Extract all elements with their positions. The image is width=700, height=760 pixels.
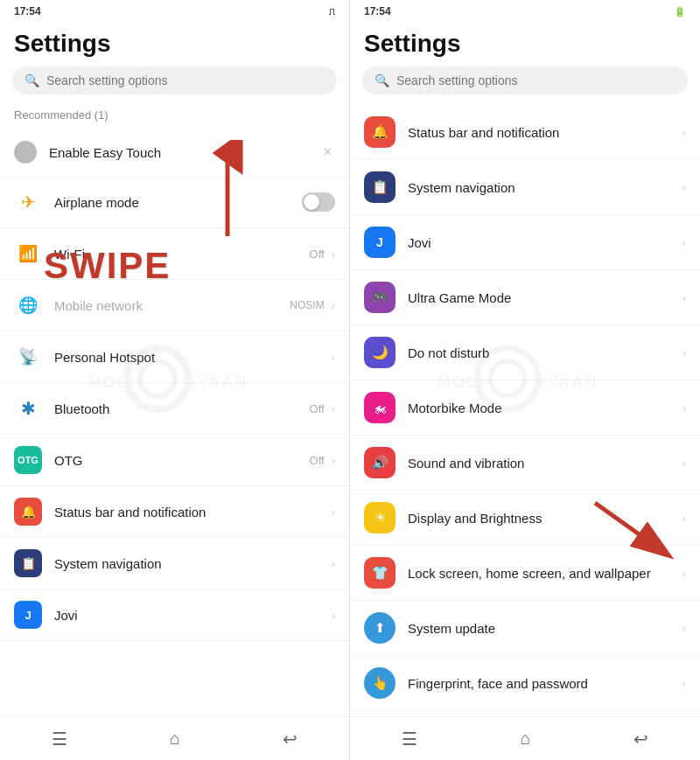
- lock-screen-icon: 👕: [364, 557, 396, 589]
- close-easy-touch-button[interactable]: ×: [320, 141, 335, 164]
- status-bar-chevron-right: ›: [682, 126, 686, 139]
- mobile-network-item[interactable]: 🌐 Mobile network NOSIM ›: [0, 280, 349, 331]
- hotspot-right: ›: [328, 351, 335, 364]
- wifi-item[interactable]: 📶 Wi-Fi Off ›: [0, 228, 349, 280]
- menu-icon-right[interactable]: ☰: [402, 729, 417, 750]
- jovi-chevron-right: ›: [682, 236, 686, 249]
- lock-screen-item[interactable]: 👕 Lock screen, home screen, and wallpape…: [350, 546, 700, 601]
- wifi-status: Off ›: [310, 248, 335, 261]
- airplane-mode-item[interactable]: ✈ Airplane mode: [0, 177, 349, 228]
- lock-screen-label: Lock screen, home screen, and wallpaper: [408, 566, 679, 581]
- system-nav-item-left[interactable]: 📋 System navigation ›: [0, 538, 349, 589]
- motorbike-chevron: ›: [682, 401, 686, 415]
- bluetooth-value: Off: [310, 402, 325, 415]
- system-update-item[interactable]: ⬆ System update ›: [350, 601, 700, 656]
- system-update-icon: ⬆: [364, 612, 396, 644]
- back-icon-left[interactable]: ↩: [283, 729, 298, 750]
- airplane-mode-label: Airplane mode: [54, 195, 302, 210]
- battery-icon-right: 🔋: [674, 6, 686, 17]
- bluetooth-item[interactable]: ✱ Bluetooth Off ›: [0, 383, 349, 435]
- system-nav-right-left: ›: [328, 557, 335, 570]
- system-nav-label-left: System navigation: [54, 556, 328, 571]
- search-icon-left: 🔍: [24, 73, 39, 87]
- home-icon-left[interactable]: ⌂: [170, 729, 180, 749]
- sound-icon: 🔊: [364, 447, 396, 478]
- fingerprint-icon: 👆: [364, 667, 396, 699]
- system-nav-chevron-left: ›: [332, 557, 335, 570]
- hotspot-chevron: ›: [332, 351, 335, 364]
- status-bar-left: 17:54 ⎍: [0, 0, 349, 23]
- search-icon-right: 🔍: [374, 73, 389, 87]
- easy-touch-label: Enable Easy Touch: [49, 145, 320, 160]
- recommended-item[interactable]: Enable Easy Touch ×: [0, 129, 349, 177]
- wifi-icon: 📶: [14, 240, 42, 268]
- sound-chevron: ›: [682, 457, 686, 470]
- jovi-label-right: Jovi: [408, 235, 679, 250]
- status-bar-chevron-left: ›: [332, 506, 335, 519]
- mobile-network-label: Mobile network: [54, 298, 290, 313]
- jovi-chevron-left: ›: [332, 609, 335, 622]
- otg-item[interactable]: OTG OTG Off ›: [0, 435, 349, 486]
- airplane-mode-toggle[interactable]: [302, 192, 335, 212]
- otg-value: Off: [310, 454, 325, 467]
- motorbike-icon: 🏍: [364, 392, 396, 423]
- system-update-chevron: ›: [682, 622, 686, 635]
- home-icon-right[interactable]: ⌂: [520, 729, 530, 749]
- search-bar-right[interactable]: 🔍: [362, 66, 688, 94]
- status-bar-icon-right: 🔔: [364, 116, 396, 148]
- jovi-right-left: ›: [328, 609, 335, 622]
- status-bar-item-left[interactable]: 🔔 Status bar and notification ›: [0, 486, 349, 538]
- jovi-icon-left: J: [14, 601, 42, 629]
- time-right: 17:54: [364, 5, 391, 17]
- menu-icon-left[interactable]: ☰: [52, 729, 67, 750]
- mobile-network-status: NOSIM ›: [290, 299, 335, 312]
- search-input-left[interactable]: [46, 73, 325, 87]
- battery-icon-left: ⎍: [329, 6, 335, 17]
- page-title-right: Settings: [350, 23, 700, 66]
- ultra-game-chevron: ›: [682, 291, 686, 304]
- display-label: Display and Brightness: [408, 511, 679, 526]
- status-bar-right: 17:54 🔋: [350, 0, 700, 23]
- motorbike-item[interactable]: 🏍 Motorbike Mode ›: [350, 380, 700, 436]
- sound-item[interactable]: 🔊 Sound and vibration ›: [350, 436, 700, 491]
- bluetooth-icon: ✱: [14, 394, 42, 422]
- jovi-label-left: Jovi: [54, 608, 328, 623]
- display-item[interactable]: ☀ Display and Brightness ›: [350, 491, 700, 546]
- status-bar-item-right[interactable]: 🔔 Status bar and notification ›: [350, 105, 700, 160]
- hotspot-item[interactable]: 📡 Personal Hotspot ›: [0, 331, 349, 383]
- left-panel: 17:54 ⎍ Settings 🔍 Recommended (1) Enabl…: [0, 0, 350, 760]
- system-update-label: System update: [408, 621, 679, 636]
- bottom-nav-left: ☰ ⌂ ↩: [0, 716, 349, 760]
- otg-status: Off ›: [310, 454, 335, 467]
- ultra-game-icon: 🎮: [364, 282, 396, 313]
- fingerprint-chevron: ›: [682, 677, 686, 690]
- airplane-mode-icon: ✈: [14, 188, 42, 216]
- dnd-icon: 🌙: [364, 337, 396, 368]
- bluetooth-label: Bluetooth: [54, 401, 310, 416]
- easy-touch-icon: [14, 141, 37, 164]
- status-icons-right: 🔋: [674, 6, 686, 17]
- system-nav-label-right: System navigation: [408, 180, 679, 195]
- page-title-left: Settings: [0, 23, 349, 66]
- jovi-item-left[interactable]: J Jovi ›: [0, 589, 349, 641]
- ultra-game-item[interactable]: 🎮 Ultra Game Mode ›: [350, 270, 700, 325]
- bluetooth-chevron: ›: [332, 402, 335, 415]
- settings-list-right: 🔔 Status bar and notification › 📋 System…: [350, 105, 700, 716]
- dnd-chevron: ›: [682, 346, 686, 359]
- back-icon-right[interactable]: ↩: [634, 729, 648, 750]
- search-input-right[interactable]: [396, 73, 676, 87]
- dnd-item[interactable]: 🌙 Do not disturb ›: [350, 325, 700, 380]
- motorbike-label: Motorbike Mode: [408, 401, 679, 415]
- system-nav-item-right[interactable]: 📋 System navigation ›: [350, 160, 700, 215]
- fingerprint-item[interactable]: 👆 Fingerprint, face and password ›: [350, 656, 700, 711]
- status-icons-left: ⎍: [329, 6, 335, 17]
- no-sim-badge: NOSIM: [290, 299, 324, 311]
- wifi-value: Off: [310, 248, 325, 261]
- search-bar-left[interactable]: 🔍: [12, 66, 337, 94]
- jovi-item-right[interactable]: J Jovi ›: [350, 215, 700, 270]
- airplane-toggle-switch[interactable]: [302, 192, 335, 212]
- display-icon: ☀: [364, 502, 396, 533]
- fingerprint-label: Fingerprint, face and password: [408, 676, 679, 691]
- ultra-game-label: Ultra Game Mode: [408, 290, 679, 305]
- status-bar-label-left: Status bar and notification: [54, 505, 328, 519]
